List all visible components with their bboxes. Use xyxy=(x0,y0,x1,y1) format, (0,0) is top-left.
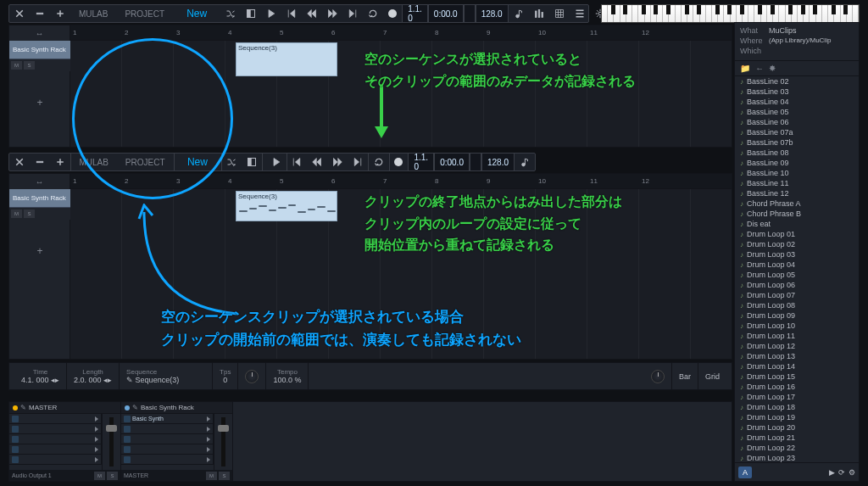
browser-list[interactable]: ♪BassLine 02♪BassLine 03♪BassLine 04♪Bas… xyxy=(735,76,859,462)
channel-output[interactable]: MASTER xyxy=(124,472,148,478)
add-track-button[interactable]: + xyxy=(9,97,70,109)
play-preview-icon[interactable]: ▶ xyxy=(829,468,835,477)
browser-item[interactable]: ♪BassLine 12 xyxy=(735,188,859,198)
browser-item[interactable]: ♪Drum Loop 19 xyxy=(735,412,859,422)
browser-item[interactable]: ♪Drum Loop 15 xyxy=(735,371,859,382)
channel-output[interactable]: Audio Output 1 xyxy=(12,472,52,478)
minimize-icon[interactable] xyxy=(30,5,50,22)
loop-preview-icon[interactable]: ⟳ xyxy=(838,468,845,477)
go-start-icon[interactable] xyxy=(281,5,302,22)
browser-item[interactable]: ♪Drum Loop 09 xyxy=(735,310,859,321)
mute-button[interactable]: M xyxy=(11,209,22,218)
time-display[interactable]: 0:00.0 xyxy=(428,5,464,22)
insert-slot[interactable] xyxy=(121,434,214,444)
mixer-view-icon[interactable] xyxy=(529,5,549,22)
solo-button[interactable]: S xyxy=(24,209,35,218)
browser-item[interactable]: ♪Drum Loop 10 xyxy=(735,321,859,331)
browser-item[interactable]: ♪Drum Loop 07 xyxy=(735,290,859,300)
browser-item[interactable]: ♪BassLine 10 xyxy=(735,168,859,178)
browser-item[interactable]: ♪Chord Phrase B xyxy=(735,209,859,219)
go-start-icon[interactable] xyxy=(287,154,307,170)
gear-icon[interactable]: ✸ xyxy=(769,64,776,73)
record-button[interactable] xyxy=(383,5,402,22)
browser-item[interactable]: ♪BassLine 07a xyxy=(735,127,859,137)
minimize-icon[interactable] xyxy=(30,154,50,170)
browser-item[interactable]: ♪Drum Loop 01 xyxy=(735,229,859,239)
prop-length[interactable]: Length 2.0. 000 ◂▸ xyxy=(67,363,120,389)
settings-icon[interactable]: ⚙ xyxy=(849,468,855,477)
pane-icon[interactable] xyxy=(241,5,261,22)
forward-icon[interactable] xyxy=(327,154,348,170)
go-end-icon[interactable] xyxy=(342,5,363,22)
insert-slot[interactable] xyxy=(121,455,214,465)
browser-item[interactable]: ♪Drum Loop 06 xyxy=(735,280,859,290)
browser-item[interactable]: ♪Drum Loop 21 xyxy=(735,433,859,443)
insert-slot[interactable] xyxy=(121,444,214,455)
track-header[interactable]: Basic Synth Rack xyxy=(9,189,70,208)
browser-item[interactable]: ♪Drum Loop 14 xyxy=(735,361,859,371)
browser-item[interactable]: ♪Dis eat xyxy=(735,219,859,229)
browser-item[interactable]: ♪Drum Loop 18 xyxy=(735,402,859,412)
mixer-channel-synth[interactable]: ✎Basic Synth Rack Basic Synth MASTERMS xyxy=(121,402,233,481)
loop-icon[interactable] xyxy=(363,5,383,22)
rewind-icon[interactable] xyxy=(307,154,327,170)
solo-button[interactable]: S xyxy=(24,61,35,70)
arrange-area[interactable]: Sequence(3) xyxy=(70,41,732,147)
prop-knob2[interactable] xyxy=(644,363,672,389)
play-button[interactable] xyxy=(266,154,287,170)
play-button[interactable] xyxy=(261,5,281,22)
browser-item[interactable]: ♪Drum Loop 16 xyxy=(735,382,859,392)
tempo-display[interactable]: 128.0 xyxy=(476,5,509,22)
filter-where[interactable]: (App Library)/MuClip xyxy=(769,36,831,45)
prop-bar[interactable]: Bar xyxy=(672,363,698,389)
browser-item[interactable]: ♪Drum Loop 13 xyxy=(735,351,859,361)
rewind-icon[interactable] xyxy=(302,5,322,22)
prop-tps[interactable]: Tps 0 xyxy=(213,363,238,389)
note-icon[interactable] xyxy=(509,5,529,22)
plus-icon[interactable] xyxy=(50,5,70,22)
browser-item[interactable]: ♪Drum Loop 02 xyxy=(735,239,859,249)
mute-button[interactable]: M xyxy=(94,472,105,480)
mixer-channel-master[interactable]: ✎MASTER Audio Output 1MS xyxy=(9,402,121,481)
browser-item[interactable]: ♪BassLine 08 xyxy=(735,148,859,158)
browser-item[interactable]: ♪BassLine 07b xyxy=(735,137,859,148)
prop-knob[interactable] xyxy=(238,363,266,389)
app-label[interactable]: MULAB xyxy=(70,154,116,170)
mute-button[interactable]: M xyxy=(11,61,22,70)
position-display[interactable]: 1.1. 0 xyxy=(408,154,434,170)
browser-item[interactable]: ♪BassLine 09 xyxy=(735,158,859,168)
browser-item[interactable]: ♪Drum Loop 03 xyxy=(735,249,859,260)
sequence-clip[interactable]: Sequence(3) xyxy=(236,42,337,76)
prop-time[interactable]: Time 4.1. 000 ◂▸ xyxy=(14,363,67,389)
browser-item[interactable]: ♪Drum Loop 04 xyxy=(735,260,859,270)
folder-icon[interactable]: 📁 xyxy=(740,64,750,73)
record-button[interactable] xyxy=(389,154,408,170)
browser-item[interactable]: ♪Drum Loop 22 xyxy=(735,443,859,453)
browser-item[interactable]: ♪Drum Loop 05 xyxy=(735,270,859,280)
browser-item[interactable]: ♪BassLine 03 xyxy=(735,87,859,97)
sequence-clip[interactable]: Sequence(3) xyxy=(236,191,337,221)
insert-slot[interactable] xyxy=(9,414,102,424)
up-icon[interactable]: ← xyxy=(755,64,764,73)
timeline-ruler[interactable]: 123456789101112 xyxy=(70,174,732,189)
browser-item[interactable]: ♪BassLine 05 xyxy=(735,107,859,117)
project-name[interactable]: New xyxy=(173,5,220,22)
insert-slot[interactable] xyxy=(9,455,102,465)
metronome-button[interactable] xyxy=(470,154,481,170)
track-header[interactable]: Basic Synth Rack xyxy=(9,41,70,59)
metronome-button[interactable] xyxy=(464,5,476,22)
fader[interactable] xyxy=(102,414,120,470)
note-icon[interactable] xyxy=(515,154,535,170)
plus-icon[interactable] xyxy=(50,154,70,170)
project-label[interactable]: PROJECT xyxy=(116,5,173,22)
piano-keyboard[interactable] xyxy=(601,4,860,23)
insert-slot[interactable] xyxy=(9,434,102,444)
solo-button[interactable]: S xyxy=(219,472,230,480)
browser-item[interactable]: ♪BassLine 06 xyxy=(735,117,859,127)
browser-item[interactable]: ♪BassLine 04 xyxy=(735,97,859,107)
prop-tempo[interactable]: Tempo 100.0 % xyxy=(266,363,309,389)
forward-icon[interactable] xyxy=(322,5,342,22)
mute-button[interactable]: M xyxy=(206,472,217,480)
solo-button[interactable]: S xyxy=(107,472,118,480)
insert-slot[interactable] xyxy=(9,444,102,455)
